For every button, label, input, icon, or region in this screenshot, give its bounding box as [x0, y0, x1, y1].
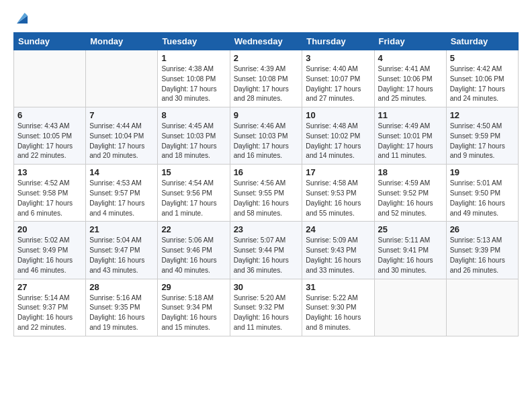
calendar-header-monday: Monday	[86, 33, 158, 50]
calendar-cell: 29Sunrise: 5:18 AM Sunset: 9:34 PM Dayli…	[158, 279, 230, 336]
header	[13, 11, 519, 26]
day-number: 21	[89, 224, 154, 234]
day-number: 17	[306, 167, 370, 177]
day-number: 1	[161, 53, 226, 63]
day-info: Sunrise: 4:42 AM Sunset: 10:06 PM Daylig…	[450, 64, 515, 104]
calendar-header-thursday: Thursday	[302, 33, 374, 50]
calendar-cell	[374, 279, 446, 336]
calendar-cell: 8Sunrise: 4:45 AM Sunset: 10:03 PM Dayli…	[158, 107, 230, 165]
day-info: Sunrise: 4:53 AM Sunset: 9:57 PM Dayligh…	[89, 179, 154, 218]
calendar-cell: 16Sunrise: 4:56 AM Sunset: 9:55 PM Dayli…	[230, 165, 302, 222]
calendar-cell: 1Sunrise: 4:38 AM Sunset: 10:08 PM Dayli…	[158, 50, 230, 107]
day-info: Sunrise: 5:09 AM Sunset: 9:43 PM Dayligh…	[306, 236, 370, 275]
day-info: Sunrise: 4:40 AM Sunset: 10:07 PM Daylig…	[306, 64, 370, 104]
day-info: Sunrise: 4:59 AM Sunset: 9:52 PM Dayligh…	[378, 179, 443, 218]
calendar-week-1: 1Sunrise: 4:38 AM Sunset: 10:08 PM Dayli…	[14, 50, 519, 107]
day-info: Sunrise: 4:39 AM Sunset: 10:08 PM Daylig…	[234, 64, 299, 104]
calendar-cell: 5Sunrise: 4:42 AM Sunset: 10:06 PM Dayli…	[446, 50, 518, 107]
calendar-cell	[86, 50, 158, 107]
calendar-week-4: 20Sunrise: 5:02 AM Sunset: 9:49 PM Dayli…	[14, 222, 519, 279]
calendar-cell: 11Sunrise: 4:49 AM Sunset: 10:01 PM Dayl…	[374, 107, 446, 165]
calendar-week-5: 27Sunrise: 5:14 AM Sunset: 9:37 PM Dayli…	[14, 279, 519, 336]
day-info: Sunrise: 4:46 AM Sunset: 10:03 PM Daylig…	[234, 122, 299, 161]
day-number: 11	[378, 110, 443, 120]
day-number: 19	[450, 167, 515, 177]
day-number: 31	[306, 282, 370, 292]
day-info: Sunrise: 5:06 AM Sunset: 9:46 PM Dayligh…	[161, 236, 226, 275]
day-number: 20	[17, 224, 82, 234]
day-number: 8	[161, 110, 226, 120]
day-number: 12	[450, 110, 515, 120]
day-number: 29	[161, 282, 226, 292]
calendar-header-row: SundayMondayTuesdayWednesdayThursdayFrid…	[14, 33, 519, 50]
day-info: Sunrise: 5:07 AM Sunset: 9:44 PM Dayligh…	[234, 236, 299, 275]
calendar-cell: 7Sunrise: 4:44 AM Sunset: 10:04 PM Dayli…	[86, 107, 158, 165]
calendar-cell: 24Sunrise: 5:09 AM Sunset: 9:43 PM Dayli…	[302, 222, 374, 279]
day-number: 23	[234, 224, 299, 234]
day-info: Sunrise: 4:52 AM Sunset: 9:58 PM Dayligh…	[17, 179, 82, 218]
day-number: 14	[89, 167, 154, 177]
calendar-cell: 22Sunrise: 5:06 AM Sunset: 9:46 PM Dayli…	[158, 222, 230, 279]
day-info: Sunrise: 4:54 AM Sunset: 9:56 PM Dayligh…	[161, 179, 226, 218]
logo-icon	[15, 11, 30, 26]
day-number: 15	[161, 167, 226, 177]
calendar-cell: 27Sunrise: 5:14 AM Sunset: 9:37 PM Dayli…	[14, 279, 86, 336]
day-info: Sunrise: 4:50 AM Sunset: 9:59 PM Dayligh…	[450, 122, 515, 161]
page: SundayMondayTuesdayWednesdayThursdayFrid…	[0, 0, 532, 411]
calendar-header-friday: Friday	[374, 33, 446, 50]
day-info: Sunrise: 5:11 AM Sunset: 9:41 PM Dayligh…	[378, 236, 443, 275]
day-info: Sunrise: 5:22 AM Sunset: 9:30 PM Dayligh…	[306, 293, 370, 333]
calendar-cell: 15Sunrise: 4:54 AM Sunset: 9:56 PM Dayli…	[158, 165, 230, 222]
day-info: Sunrise: 4:38 AM Sunset: 10:08 PM Daylig…	[161, 64, 226, 104]
calendar-cell: 31Sunrise: 5:22 AM Sunset: 9:30 PM Dayli…	[302, 279, 374, 336]
day-info: Sunrise: 5:18 AM Sunset: 9:34 PM Dayligh…	[161, 293, 226, 333]
calendar-cell: 25Sunrise: 5:11 AM Sunset: 9:41 PM Dayli…	[374, 222, 446, 279]
calendar-cell	[14, 50, 86, 107]
calendar-cell: 30Sunrise: 5:20 AM Sunset: 9:32 PM Dayli…	[230, 279, 302, 336]
day-number: 26	[450, 224, 515, 234]
day-number: 25	[378, 224, 443, 234]
day-number: 6	[17, 110, 82, 120]
calendar-cell: 12Sunrise: 4:50 AM Sunset: 9:59 PM Dayli…	[446, 107, 518, 165]
calendar-week-3: 13Sunrise: 4:52 AM Sunset: 9:58 PM Dayli…	[14, 165, 519, 222]
day-info: Sunrise: 5:04 AM Sunset: 9:47 PM Dayligh…	[89, 236, 154, 275]
calendar-cell: 14Sunrise: 4:53 AM Sunset: 9:57 PM Dayli…	[86, 165, 158, 222]
day-number: 13	[17, 167, 82, 177]
day-number: 28	[89, 282, 154, 292]
day-info: Sunrise: 4:49 AM Sunset: 10:01 PM Daylig…	[378, 122, 443, 161]
calendar-cell: 20Sunrise: 5:02 AM Sunset: 9:49 PM Dayli…	[14, 222, 86, 279]
day-number: 18	[378, 167, 443, 177]
day-info: Sunrise: 4:56 AM Sunset: 9:55 PM Dayligh…	[234, 179, 299, 218]
calendar-cell: 4Sunrise: 4:41 AM Sunset: 10:06 PM Dayli…	[374, 50, 446, 107]
calendar-cell: 13Sunrise: 4:52 AM Sunset: 9:58 PM Dayli…	[14, 165, 86, 222]
day-number: 22	[161, 224, 226, 234]
calendar-header-sunday: Sunday	[14, 33, 86, 50]
calendar-week-2: 6Sunrise: 4:43 AM Sunset: 10:05 PM Dayli…	[14, 107, 519, 165]
calendar-cell: 6Sunrise: 4:43 AM Sunset: 10:05 PM Dayli…	[14, 107, 86, 165]
day-number: 4	[378, 53, 443, 63]
day-info: Sunrise: 4:58 AM Sunset: 9:53 PM Dayligh…	[306, 179, 370, 218]
calendar-cell: 3Sunrise: 4:40 AM Sunset: 10:07 PM Dayli…	[302, 50, 374, 107]
day-number: 24	[306, 224, 370, 234]
day-number: 16	[234, 167, 299, 177]
day-number: 27	[17, 282, 82, 292]
day-info: Sunrise: 4:41 AM Sunset: 10:06 PM Daylig…	[378, 64, 443, 104]
day-info: Sunrise: 4:48 AM Sunset: 10:02 PM Daylig…	[306, 122, 370, 161]
day-info: Sunrise: 5:20 AM Sunset: 9:32 PM Dayligh…	[234, 293, 299, 333]
day-info: Sunrise: 5:13 AM Sunset: 9:39 PM Dayligh…	[450, 236, 515, 275]
calendar-header-saturday: Saturday	[446, 33, 518, 50]
calendar-cell: 28Sunrise: 5:16 AM Sunset: 9:35 PM Dayli…	[86, 279, 158, 336]
calendar-cell: 26Sunrise: 5:13 AM Sunset: 9:39 PM Dayli…	[446, 222, 518, 279]
calendar-cell: 19Sunrise: 5:01 AM Sunset: 9:50 PM Dayli…	[446, 165, 518, 222]
calendar-header-wednesday: Wednesday	[230, 33, 302, 50]
calendar-cell: 10Sunrise: 4:48 AM Sunset: 10:02 PM Dayl…	[302, 107, 374, 165]
day-info: Sunrise: 5:01 AM Sunset: 9:50 PM Dayligh…	[450, 179, 515, 218]
day-number: 5	[450, 53, 515, 63]
day-info: Sunrise: 5:16 AM Sunset: 9:35 PM Dayligh…	[89, 293, 154, 333]
day-info: Sunrise: 5:02 AM Sunset: 9:49 PM Dayligh…	[17, 236, 82, 275]
calendar-cell	[446, 279, 518, 336]
day-info: Sunrise: 5:14 AM Sunset: 9:37 PM Dayligh…	[17, 293, 82, 333]
day-number: 10	[306, 110, 370, 120]
calendar-cell: 9Sunrise: 4:46 AM Sunset: 10:03 PM Dayli…	[230, 107, 302, 165]
day-info: Sunrise: 4:43 AM Sunset: 10:05 PM Daylig…	[17, 122, 82, 161]
